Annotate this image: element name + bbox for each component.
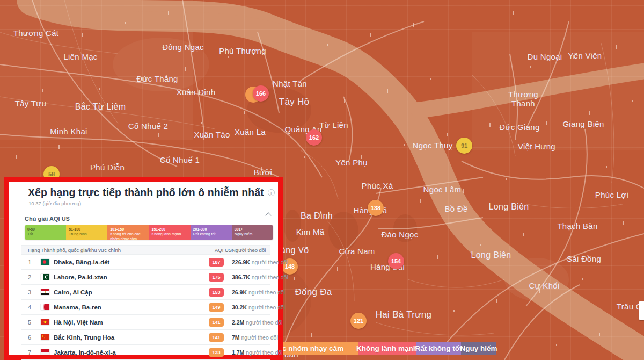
legend-range: 201-300 [193, 227, 229, 232]
table-row[interactable]: 1Dhaka, Băng-la-đét187226.9K người theo … [21, 255, 270, 270]
legend-range: 151-200 [152, 227, 188, 232]
legend-range: 0-50 [27, 227, 63, 232]
ranking-table: Hạng Thành phố, quốc gia/khu vực chính A… [21, 245, 270, 360]
page-title: Xếp hạng trực tiếp thành phố lớn ô nhiễm… [28, 186, 264, 199]
id-flag-icon [41, 349, 49, 355]
aqi-station-marker-121[interactable]: 121 [350, 313, 367, 329]
legend-range: 101-150 [110, 227, 146, 232]
aqi-badge: 141 [209, 318, 223, 327]
header-aqi: AQI US [205, 247, 228, 253]
rank-number: 1 [28, 259, 41, 265]
map-legend-segment: Rất không tốt [416, 342, 461, 355]
followers-cell: 1.7M người theo dõi [228, 349, 270, 356]
local-time-label: 10:37 (giờ địa phương) [28, 200, 278, 206]
city-name: Bắc Kinh, Trung Hoa [54, 334, 205, 341]
table-row[interactable]: 3Cairo, Ai Cập15326.9K người theo dõi [21, 285, 270, 300]
rank-number: 6 [28, 334, 41, 341]
legend-label: Nguy hiểm [235, 232, 270, 236]
aqi-station-marker-91[interactable]: 91 [456, 138, 472, 154]
legend-segment-201-300: 201-300Rất không tốt [191, 225, 232, 240]
aqi-badge: 141 [209, 333, 223, 342]
pk-flag-icon [41, 274, 49, 280]
legend-label: Không lành mạnh [152, 232, 188, 236]
city-name: Cairo, Ai Cập [54, 289, 205, 296]
followers-cell: 30.2K người theo dõi [228, 304, 270, 311]
chevron-up-icon[interactable] [266, 212, 270, 217]
aqi-legend-heading: Chú giải AQI US [25, 215, 70, 222]
map-legend-segment: Không lành mạnh [358, 342, 416, 355]
aqi-cell: 141 [205, 318, 228, 327]
aqi-station-marker-154[interactable]: 154 [388, 253, 404, 269]
legend-segment-0-50: 0-50Tốt [25, 225, 66, 240]
aqi-station-marker-162[interactable]: 162 [306, 129, 322, 146]
aqi-badge: 175 [209, 273, 223, 282]
legend-segment-101-150: 101-150Không tốt cho các nhóm nhạy cảm [107, 225, 149, 240]
aqi-cell: 153 [205, 288, 228, 297]
aqi-legend-bar: 0-50Tốt51-100Trung bình101-150Không tốt … [25, 225, 273, 240]
legend-range: 301+ [235, 227, 270, 232]
bd-flag-icon [41, 259, 49, 265]
header-city: Thành phố, quốc gia/khu vực chính [41, 247, 205, 253]
followers-cell: 2.2M người theo dõi [228, 319, 270, 326]
aqi-badge: 149 [209, 303, 223, 312]
bh-flag-icon [41, 304, 49, 310]
map-control-partial[interactable] [639, 301, 644, 320]
legend-segment-301+: 301+Nguy hiểm [232, 225, 273, 240]
table-row[interactable]: 2Lahore, Pa-ki-xtan175386.7K người theo … [21, 270, 270, 285]
aqi-cell: 175 [205, 273, 228, 282]
legend-segment-51-100: 51-100Trung bình [66, 225, 107, 240]
city-name: Lahore, Pa-ki-xtan [54, 274, 205, 280]
aqi-badge: 187 [209, 258, 223, 267]
legend-segment-151-200: 151-200Không lành mạnh [149, 225, 191, 240]
table-row[interactable]: 6Bắc Kinh, Trung Hoa1417M người theo dõi [21, 330, 270, 345]
rank-number: 4 [28, 304, 41, 311]
aqi-station-marker-138[interactable]: 138 [368, 200, 384, 216]
table-row[interactable]: 7Jakarta, In-đô-nê-xi-a1331.7M người the… [21, 345, 270, 360]
city-name: Jakarta, In-đô-nê-xi-a [54, 349, 205, 356]
legend-label: Trung bình [69, 232, 105, 236]
table-header: Hạng Thành phố, quốc gia/khu vực chính A… [21, 245, 270, 255]
aqi-station-marker-166[interactable]: 166 [253, 85, 269, 102]
aqi-cell: 133 [205, 348, 228, 357]
legend-label: Tốt [27, 232, 63, 236]
legend-label: Không tốt cho các nhóm nhạy cảm [110, 232, 146, 240]
legend-range: 51-100 [69, 227, 105, 232]
eg-flag-icon [41, 289, 49, 295]
rank-number: 2 [28, 274, 41, 280]
table-row[interactable]: 5Hà Nội, Việt Nam1412.2M người theo dõi [21, 315, 270, 330]
vn-flag-icon [41, 319, 49, 325]
table-row[interactable]: 4Manama, Ba-ren14930.2K người theo dõi [21, 300, 270, 315]
aqi-badge: 133 [209, 348, 223, 357]
rank-number: 3 [28, 289, 41, 296]
rank-number: 5 [28, 319, 41, 326]
aqi-cell: 187 [205, 258, 228, 267]
table-body: 1Dhaka, Băng-la-đét187226.9K người theo … [21, 255, 270, 360]
header-rank: Hạng [28, 247, 41, 253]
legend-label: Rất không tốt [193, 232, 229, 236]
aqi-cell: 149 [205, 303, 228, 312]
followers-cell: 26.9K người theo dõi [228, 289, 270, 296]
followers-cell: 226.9K người theo dõi [228, 259, 270, 265]
city-name: Hà Nội, Việt Nam [54, 319, 205, 326]
city-name: Manama, Ba-ren [54, 304, 205, 311]
aqi-cell: 141 [205, 333, 228, 342]
city-ranking-panel: Xếp hạng trực tiếp thành phố lớn ô nhiễm… [4, 177, 283, 360]
followers-cell: 7M người theo dõi [228, 334, 270, 341]
cn-flag-icon [41, 334, 49, 340]
header-followers: Người theo dõi [228, 247, 270, 253]
aqi-badge: 153 [209, 288, 223, 297]
rank-number: 7 [28, 349, 41, 356]
map-legend-segment: Nguy hiểm [461, 342, 496, 355]
followers-cell: 386.7K người theo dõi [228, 274, 270, 280]
info-icon[interactable]: i [268, 189, 275, 196]
city-name: Dhaka, Băng-la-đét [54, 259, 205, 265]
